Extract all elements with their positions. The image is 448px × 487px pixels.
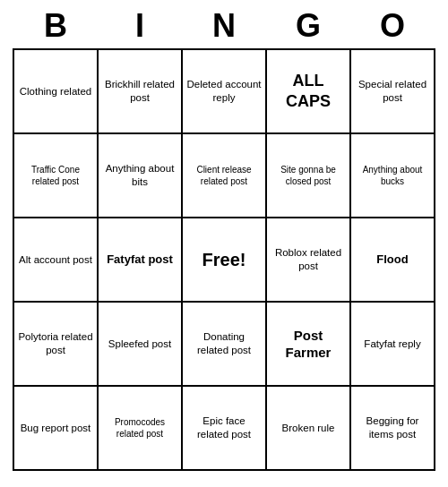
bingo-cell[interactable]: Fatyfat reply [351, 303, 435, 387]
bingo-cell[interactable]: Anything about bits [99, 134, 183, 218]
bingo-title: B I N G O [13, 0, 435, 48]
bingo-cell[interactable]: Site gonna be closed post [267, 134, 351, 218]
bingo-cell[interactable]: Client release related post [183, 134, 267, 218]
bingo-cell[interactable]: Bug report post [14, 387, 99, 471]
bingo-cell[interactable]: Epic face related post [183, 387, 267, 471]
bingo-cell[interactable]: Deleted account reply [183, 50, 267, 134]
bingo-cell[interactable]: Anything about bucks [351, 134, 435, 218]
bingo-cell[interactable]: ALL CAPS [267, 50, 351, 134]
bingo-cell[interactable]: Free! [183, 218, 267, 303]
bingo-cell[interactable]: Spleefed post [99, 303, 183, 387]
bingo-cell[interactable]: Alt account post [14, 218, 99, 303]
letter-g: G [266, 7, 350, 45]
bingo-cell[interactable]: Roblox related post [267, 218, 351, 303]
bingo-cell[interactable]: Begging for items post [351, 387, 435, 471]
bingo-cell[interactable]: Promocodes related post [99, 387, 183, 471]
bingo-cell[interactable]: Broken rule [267, 387, 351, 471]
letter-i: I [98, 7, 182, 45]
bingo-cell[interactable]: Special related post [351, 50, 435, 134]
bingo-cell[interactable]: Traffic Cone related post [14, 134, 99, 218]
bingo-cell[interactable]: Post Farmer [267, 303, 351, 387]
bingo-cell[interactable]: Donating related post [183, 303, 267, 387]
letter-b: B [13, 7, 98, 45]
letter-o: O [350, 7, 435, 45]
bingo-cell[interactable]: Fatyfat post [99, 218, 183, 303]
bingo-cell[interactable]: Polytoria related post [14, 303, 99, 387]
bingo-cell[interactable]: Flood [351, 218, 435, 303]
bingo-grid: Clothing relatedBrickhill related postDe… [13, 48, 435, 471]
bingo-cell[interactable]: Clothing related [14, 50, 99, 134]
letter-n: N [182, 7, 266, 45]
bingo-cell[interactable]: Brickhill related post [99, 50, 183, 134]
